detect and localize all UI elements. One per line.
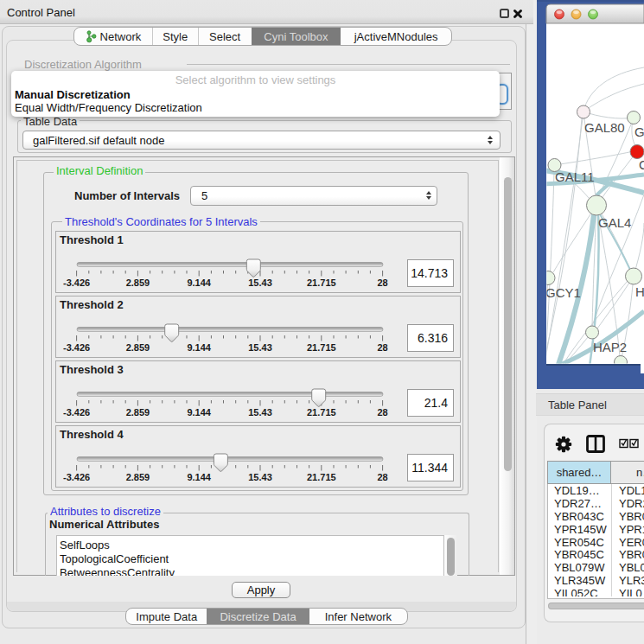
svg-text:GAL11: GAL11 <box>555 169 595 184</box>
svg-text:-3.426: -3.426 <box>63 342 90 353</box>
svg-text:21.715: 21.715 <box>307 472 336 482</box>
svg-text:15.43: 15.43 <box>248 277 272 288</box>
svg-text:-3.426: -3.426 <box>63 472 90 482</box>
svg-text:H: H <box>635 284 644 299</box>
svg-text:GAL80: GAL80 <box>584 120 625 135</box>
svg-text:15.43: 15.43 <box>248 472 272 482</box>
svg-text:21.715: 21.715 <box>307 407 336 418</box>
svg-text:28: 28 <box>377 277 387 288</box>
svg-text:GCY1: GCY1 <box>545 285 581 300</box>
svg-text:2.859: 2.859 <box>126 342 150 353</box>
svg-text:2.859: 2.859 <box>126 407 150 418</box>
svg-text:28: 28 <box>377 342 387 353</box>
svg-text:28: 28 <box>377 472 387 482</box>
svg-text:2.859: 2.859 <box>126 472 150 482</box>
svg-text:9.144: 9.144 <box>187 472 211 482</box>
svg-text:21.715: 21.715 <box>307 277 336 288</box>
svg-text:2.859: 2.859 <box>126 277 150 288</box>
svg-text:HAP2: HAP2 <box>593 340 627 354</box>
svg-text:GAL4: GAL4 <box>598 215 631 230</box>
svg-text:-3.426: -3.426 <box>63 277 90 288</box>
svg-text:21.715: 21.715 <box>307 342 336 353</box>
svg-text:9.144: 9.144 <box>187 277 211 288</box>
svg-text:9.144: 9.144 <box>187 407 211 418</box>
svg-text:15.43: 15.43 <box>248 407 272 418</box>
svg-text:15.43: 15.43 <box>248 342 272 353</box>
svg-text:28: 28 <box>377 407 387 418</box>
svg-text:9.144: 9.144 <box>187 342 211 353</box>
svg-text:C: C <box>639 157 644 172</box>
svg-text:GA: GA <box>634 124 644 139</box>
svg-text:-3.426: -3.426 <box>63 407 90 418</box>
